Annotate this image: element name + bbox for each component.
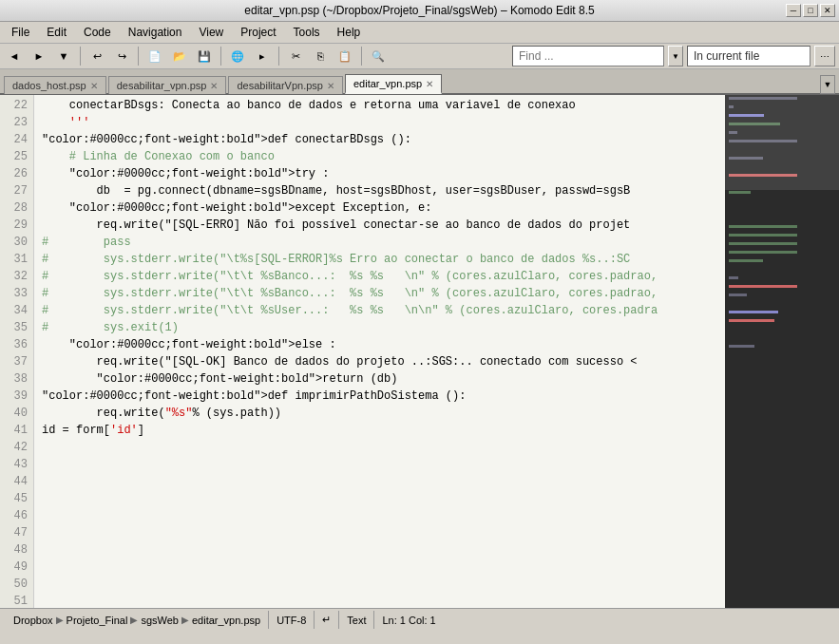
search-dropdown-button[interactable]: ▼ [668,46,683,66]
save-button[interactable]: 💾 [194,46,215,66]
tab-label: desabilitarVpn.psp [237,80,323,91]
tab-close-icon[interactable]: ✕ [90,81,98,91]
dropdown-button[interactable]: ▼ [53,46,74,66]
tab-label: editar_vpn.psp [353,78,422,89]
breadcrumb-file: editar_vpn.psp [192,615,260,626]
scope-dropdown-button[interactable]: ⋯ [814,46,835,66]
find-button[interactable]: 🔍 [368,46,389,66]
breadcrumb-dropbox: Dropbox [13,615,53,626]
separator-1 [80,47,81,66]
breadcrumb-arrow-1: ▶ [56,615,64,625]
status-cursor: Ln: 1 Col: 1 [374,611,443,629]
tab-label: dados_host.psp [12,80,86,91]
editor-area: 2223242526272829303132333435363738394041… [0,95,839,608]
separator-4 [278,47,279,66]
browse-button[interactable]: ▸ [252,46,273,66]
status-encoding: UTF-8 [269,611,315,629]
forward-button[interactable]: ► [29,46,49,66]
close-button[interactable]: ✕ [820,4,835,17]
search-bar: ▼ ⋯ [512,46,835,66]
tab-editar-vpn[interactable]: editar_vpn.psp ✕ [345,74,442,94]
code-editor[interactable]: conectarBDsgs: Conecta ao banco de dados… [34,95,725,608]
breadcrumb-arrow-2: ▶ [130,615,138,625]
tab-close-icon[interactable]: ✕ [426,79,433,89]
window-title: editar_vpn.psp (~/Dropbox/Projeto_Final/… [244,4,594,17]
menu-help[interactable]: Help [330,24,369,41]
maximize-button[interactable]: □ [803,4,818,17]
separator-2 [138,47,139,66]
window-buttons: ─ □ ✕ [786,4,835,17]
tab-scroll-button[interactable]: ▼ [820,75,835,94]
search-input[interactable] [512,46,664,66]
tab-desabilitar-vpn[interactable]: desabilitar_vpn.psp ✕ [108,76,227,94]
menu-tools[interactable]: Tools [286,24,328,41]
menu-bar: File Edit Code Navigation View Project T… [0,22,839,44]
open-button[interactable]: 📂 [169,46,190,66]
menu-project[interactable]: Project [233,24,283,41]
tab-close-icon[interactable]: ✕ [210,81,218,91]
tab-close-icon[interactable]: ✕ [327,81,334,91]
status-eol: ↵ [315,611,339,629]
menu-code[interactable]: Code [76,24,119,41]
new-button[interactable]: 📄 [144,46,165,66]
back-button[interactable]: ◄ [4,46,25,66]
menu-navigation[interactable]: Navigation [121,24,190,41]
tab-dados-host[interactable]: dados_host.psp ✕ [4,76,106,94]
status-language[interactable]: Text [339,611,374,629]
copy-button[interactable]: ⎘ [310,46,331,66]
tab-bar: dados_host.psp ✕ desabilitar_vpn.psp ✕ d… [0,69,839,95]
menu-view[interactable]: View [191,24,231,41]
tab-label: desabilitar_vpn.psp [117,80,207,91]
menu-edit[interactable]: Edit [39,24,74,41]
eol-icon: ↵ [322,614,331,626]
title-bar: editar_vpn.psp (~/Dropbox/Projeto_Final/… [0,0,839,22]
scope-input[interactable] [687,46,810,66]
separator-3 [220,47,221,66]
minimap [725,95,839,608]
status-bar: Dropbox ▶ Projeto_Final ▶ sgsWeb ▶ edita… [0,608,839,631]
paste-button[interactable]: 📋 [334,46,355,66]
redo-button[interactable]: ↪ [111,46,132,66]
status-breadcrumb: Dropbox ▶ Projeto_Final ▶ sgsWeb ▶ edita… [6,611,269,629]
breadcrumb-arrow-3: ▶ [181,615,189,625]
separator-5 [361,47,362,66]
minimize-button[interactable]: ─ [786,4,801,17]
minimap-canvas [725,95,839,608]
undo-button[interactable]: ↩ [86,46,107,66]
breadcrumb-sgsweb: sgsWeb [141,615,179,626]
line-numbers: 2223242526272829303132333435363738394041… [0,95,34,608]
web-button[interactable]: 🌐 [227,46,248,66]
toolbar: ◄ ► ▼ ↩ ↪ 📄 📂 💾 🌐 ▸ ✂ ⎘ 📋 🔍 ▼ ⋯ [0,44,839,69]
cut-button[interactable]: ✂ [285,46,306,66]
breadcrumb-projeto: Projeto_Final [67,615,128,626]
menu-file[interactable]: File [4,24,37,41]
tab-desabilitar-vpn2[interactable]: desabilitarVpn.psp ✕ [228,76,343,94]
